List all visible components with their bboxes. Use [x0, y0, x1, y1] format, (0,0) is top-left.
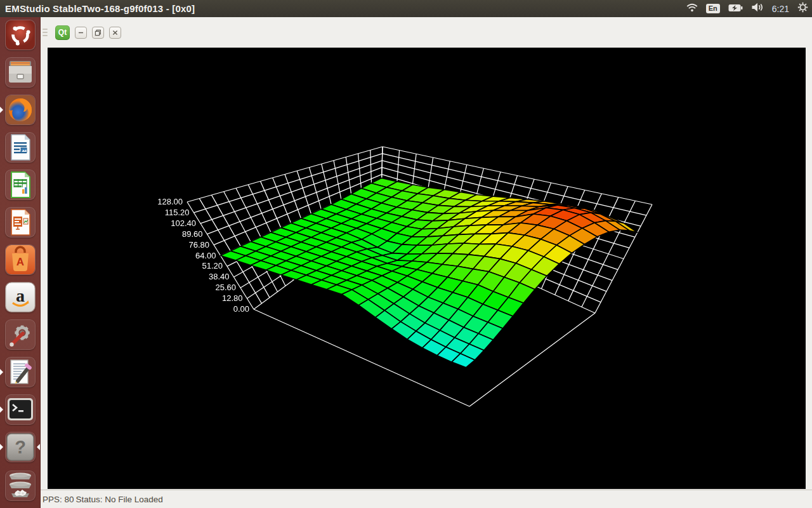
clock[interactable]: 6:21 — [772, 4, 789, 14]
qt-window-menu-icon[interactable]: Qt — [55, 25, 70, 40]
launcher-item-files[interactable] — [5, 57, 36, 88]
svg-text:?: ? — [15, 437, 26, 457]
window-title: EMStudio StableTwo-168-g9f0f013 - [0x0] — [5, 3, 195, 14]
status-message: Status: No File Loaded — [76, 495, 163, 504]
toolbar-drag-handle[interactable] — [43, 29, 49, 36]
launcher-item-software[interactable]: A — [5, 244, 36, 275]
mdi-toolbar: Qt — [41, 17, 812, 48]
focused-indicator-arrow — [37, 444, 40, 450]
top-panel: EMStudio StableTwo-168-g9f0f013 - [0x0] … — [0, 0, 812, 17]
restore-icon — [95, 29, 102, 36]
status-pps: PPS: 80 — [43, 495, 74, 504]
system-indicators: En 6:21 — [686, 0, 808, 17]
running-indicator-arrow — [0, 369, 3, 375]
launcher-item-text-editor[interactable] — [5, 357, 36, 387]
minimize-icon — [77, 29, 84, 36]
minimize-button[interactable] — [75, 27, 87, 39]
close-icon — [112, 29, 119, 36]
desktop: EMStudio StableTwo-168-g9f0f013 - [0x0] … — [0, 0, 812, 508]
restore-button[interactable] — [92, 27, 104, 39]
3d-surface-canvas[interactable] — [48, 48, 806, 489]
launcher-item-amazon[interactable]: a — [5, 282, 36, 312]
launcher-item-terminal[interactable] — [5, 394, 36, 425]
wifi-icon[interactable] — [686, 3, 698, 15]
launcher-item-impress[interactable] — [5, 207, 36, 237]
running-indicator-arrow — [0, 107, 3, 113]
launcher: A a ? — [0, 17, 41, 508]
status-bar: PPS: 80 Status: No File Loaded — [41, 490, 812, 508]
launcher-item-help[interactable]: ? — [5, 432, 36, 462]
running-indicator-arrow — [0, 444, 3, 450]
launcher-item-writer[interactable] — [5, 132, 36, 163]
launcher-item-trash[interactable] — [5, 471, 36, 501]
running-indicator-arrow — [0, 406, 3, 413]
launcher-item-calc[interactable] — [5, 170, 36, 200]
emstudio-window: Qt PPS: 80 Status: No File Loaded — [41, 17, 812, 508]
launcher-item-dash[interactable] — [5, 20, 36, 50]
svg-text:a: a — [16, 286, 25, 305]
close-button[interactable] — [109, 27, 121, 39]
volume-icon[interactable] — [751, 3, 764, 15]
keyboard-layout-indicator[interactable]: En — [706, 4, 720, 13]
launcher-item-settings[interactable] — [5, 319, 36, 350]
battery-icon[interactable] — [728, 3, 743, 15]
session-gear-icon[interactable] — [797, 2, 808, 15]
launcher-item-firefox[interactable] — [5, 95, 36, 125]
svg-text:A: A — [16, 256, 24, 268]
surface-plot-view[interactable] — [48, 48, 806, 489]
